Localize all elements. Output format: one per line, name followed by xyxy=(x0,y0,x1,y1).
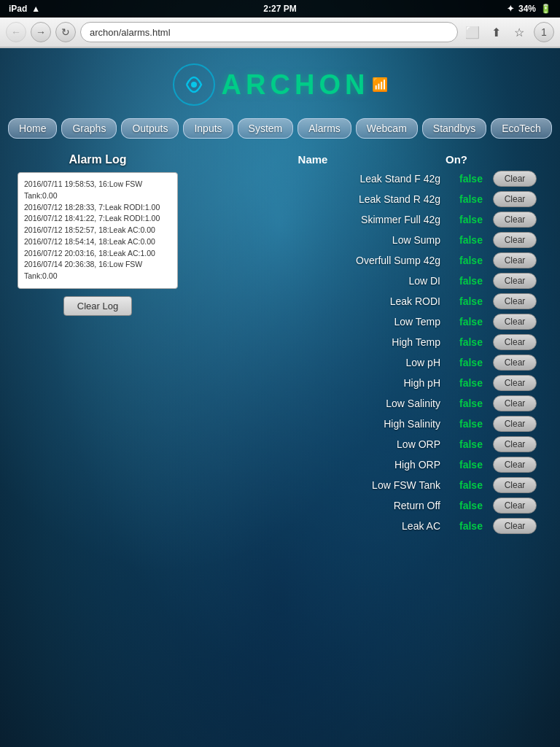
header-action xyxy=(486,153,537,166)
log-entry: 2016/07/12 20:03:16, 18:Leak AC:1.00 xyxy=(24,248,171,260)
alarm-name: Leak AC xyxy=(198,520,449,532)
tab-count[interactable]: 1 xyxy=(534,22,554,42)
alarm-name: Leak Stand R 42g xyxy=(198,193,449,205)
alarm-clear-button[interactable]: Clear xyxy=(493,416,537,432)
alarm-name: Low pH xyxy=(198,357,449,368)
alarm-status: false xyxy=(449,500,493,511)
reload-button[interactable]: ↻ xyxy=(55,22,76,42)
alarm-name: Skimmer Full 42g xyxy=(198,214,449,225)
alarm-clear-button[interactable]: Clear xyxy=(493,498,537,514)
alarm-clear-button[interactable]: Clear xyxy=(493,355,537,371)
alarm-status: false xyxy=(449,316,493,328)
clear-log-button[interactable]: Clear Log xyxy=(63,296,132,316)
alarm-row: Leak Stand F 42gfalseClear xyxy=(192,169,542,189)
logo-container: ARCHON 📶 xyxy=(172,63,389,107)
alarm-name: High Temp xyxy=(198,336,449,348)
alarm-row: High pHfalseClear xyxy=(192,373,542,393)
nav-home[interactable]: Home xyxy=(8,118,57,139)
alarm-log-section: Alarm Log 2016/07/11 19:58:53, 16:Low FS… xyxy=(18,153,178,316)
url-text: archon/alarms.html xyxy=(90,27,171,38)
browser-chrome: ← → ↻ archon/alarms.html ⬜ ⬆ ☆ 1 xyxy=(0,18,560,48)
log-entry: 2016/07/11 19:58:53, 16:Low FSW Tank:0.0… xyxy=(24,179,171,202)
alarm-clear-button[interactable]: Clear xyxy=(493,293,537,309)
nav-alarms[interactable]: Alarms xyxy=(298,118,351,139)
alarm-name: Low Salinity xyxy=(198,398,449,409)
alarm-clear-button[interactable]: Clear xyxy=(493,171,537,187)
alarm-clear-button[interactable]: Clear xyxy=(493,314,537,330)
alarm-name: Low Sump xyxy=(198,234,449,246)
alarm-name: Low ORP xyxy=(198,438,449,450)
alarm-row: Low ORPfalseClear xyxy=(192,434,542,454)
upload-icon[interactable]: ⬆ xyxy=(486,22,506,42)
alarm-status: false xyxy=(449,193,493,205)
header-name: Name xyxy=(198,153,427,166)
main-area: Alarm Log 2016/07/11 19:58:53, 16:Low FS… xyxy=(18,153,542,536)
alarm-clear-button[interactable]: Clear xyxy=(493,252,537,268)
log-entry: 2016/07/12 18:41:22, 7:Leak RODI:1.00 xyxy=(24,213,171,225)
alarm-row: Return OfffalseClear xyxy=(192,495,542,516)
alarm-clear-button[interactable]: Clear xyxy=(493,457,537,473)
nav-menu: Home Graphs Outputs Inputs System Alarms… xyxy=(8,118,552,139)
alarm-clear-button[interactable]: Clear xyxy=(493,518,537,534)
alarm-clear-button[interactable]: Clear xyxy=(493,191,537,207)
alarm-row: Leak Stand R 42gfalseClear xyxy=(192,189,542,209)
alarm-clear-button[interactable]: Clear xyxy=(493,436,537,452)
alarm-row: Low SumpfalseClear xyxy=(192,230,542,250)
alarm-status: false xyxy=(449,418,493,430)
nav-inputs[interactable]: Inputs xyxy=(183,118,233,139)
share-icon[interactable]: ⬜ xyxy=(462,22,483,42)
alarm-status: false xyxy=(449,255,493,266)
alarm-status: false xyxy=(449,438,493,450)
nav-outputs[interactable]: Outputs xyxy=(121,118,179,139)
alarm-row: Low FSW TankfalseClear xyxy=(192,475,542,495)
alarm-clear-button[interactable]: Clear xyxy=(493,477,537,493)
alarm-row: Low pHfalseClear xyxy=(192,352,542,373)
alarm-clear-button[interactable]: Clear xyxy=(493,334,537,350)
header-on: On? xyxy=(427,153,486,166)
bookmark-icon[interactable]: ☆ xyxy=(509,22,529,42)
nav-graphs[interactable]: Graphs xyxy=(61,118,117,139)
bluetooth-icon: ✦ xyxy=(507,4,514,14)
logo-icon xyxy=(172,63,216,107)
alarm-name: Return Off xyxy=(198,500,449,511)
time-label: 2:27 PM xyxy=(263,4,296,14)
page-content: ARCHON 📶 Home Graphs Outputs Inputs Syst… xyxy=(0,48,560,565)
alarm-clear-button[interactable]: Clear xyxy=(493,212,537,228)
alarm-name: Leak Stand F 42g xyxy=(198,173,449,185)
alarm-row: Low TempfalseClear xyxy=(192,311,542,332)
alarm-clear-button[interactable]: Clear xyxy=(493,375,537,391)
alarm-clear-button[interactable]: Clear xyxy=(493,273,537,289)
carrier-label: iPad xyxy=(9,4,27,14)
alarm-status: false xyxy=(449,336,493,348)
alarm-row: Low SalinityfalseClear xyxy=(192,393,542,414)
log-entry: 2016/07/12 18:52:57, 18:Leak AC:0.00 xyxy=(24,225,171,236)
alarm-status: false xyxy=(449,357,493,368)
alarm-row: Low DIfalseClear xyxy=(192,271,542,291)
alarm-name: High Salinity xyxy=(198,418,449,430)
alarm-status: false xyxy=(449,275,493,287)
nav-webcam[interactable]: Webcam xyxy=(356,118,418,139)
alarm-row: Leak ACfalseClear xyxy=(192,516,542,536)
alarm-status: false xyxy=(449,377,493,389)
alarm-clear-button[interactable]: Clear xyxy=(493,395,537,411)
alarm-status: false xyxy=(449,398,493,409)
address-bar[interactable]: archon/alarms.html xyxy=(80,22,458,42)
alarm-status: false xyxy=(449,459,493,471)
forward-button[interactable]: → xyxy=(31,22,51,42)
wifi-icon: ▲ xyxy=(31,4,40,14)
back-button[interactable]: ← xyxy=(6,22,26,42)
alarms-header: Name On? xyxy=(192,153,542,166)
alarm-name: Overfull Sump 42g xyxy=(198,255,449,266)
alarm-row: High ORPfalseClear xyxy=(192,454,542,475)
alarm-clear-button[interactable]: Clear xyxy=(493,232,537,248)
browser-toolbar: ← → ↻ archon/alarms.html ⬜ ⬆ ☆ 1 xyxy=(0,18,560,47)
nav-system[interactable]: System xyxy=(238,118,294,139)
logo-text: ARCHON xyxy=(222,69,370,101)
alarm-name: High pH xyxy=(198,377,449,389)
nav-standbys[interactable]: Standbys xyxy=(422,118,486,139)
alarm-status: false xyxy=(449,234,493,246)
alarms-section: Name On? Leak Stand F 42gfalseClearLeak … xyxy=(192,153,542,536)
alarm-row: Overfull Sump 42gfalseClear xyxy=(192,250,542,271)
nav-ecotech[interactable]: EcoTech xyxy=(491,118,552,139)
alarm-status: false xyxy=(449,214,493,225)
